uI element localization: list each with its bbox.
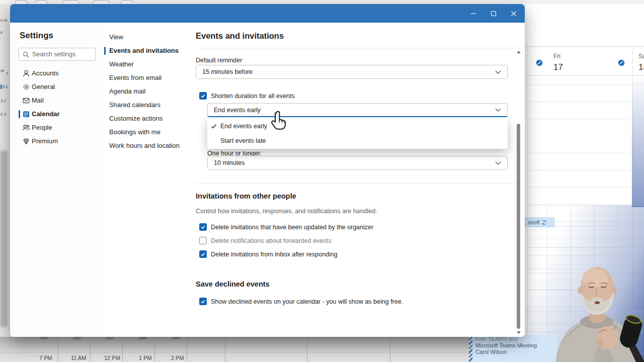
checkbox-label: Delete invitations from Inbox after resp… [211,251,338,258]
left-fragment: Ar [1,68,5,73]
shorten-mode-value: End events early [214,107,261,114]
shorten-mode-dropdown[interactable]: End events early [207,103,508,117]
day-number: 17 [553,62,563,72]
chevron-down-icon [495,70,501,74]
close-icon [511,11,517,17]
subnav-item-view[interactable]: View [103,30,187,44]
settings-dialog: Settings Search settings Accounts Genera… [10,4,525,337]
chevron-down-icon [495,161,501,165]
maximize-button[interactable] [484,4,504,23]
subnav-label: Weather [109,60,134,68]
section-heading-declined: Save declined events [196,280,270,288]
checkbox-checked [199,223,207,231]
menu-item-start-events-late[interactable]: Start events late [207,133,508,148]
subnav-label: Shared calendars [109,101,160,109]
time-label: 12 PM [104,355,120,361]
scroll-down-arrow-icon[interactable] [517,331,521,334]
person-icon [22,69,30,77]
subnav-label: Agenda mail [109,87,145,95]
time-label: 2 PM [171,355,184,361]
search-placeholder: Search settings [32,51,75,58]
checkbox-label: Delete notifications about forwarded eve… [211,237,332,244]
sidebar-item-label: Mail [32,97,44,104]
menu-item-label: End events early [220,123,267,130]
checkbox-checked [199,250,207,258]
shorten-duration-checkbox[interactable]: Shorten duration for all events [199,92,295,100]
time-label: 11 AM [71,355,86,361]
time-label: 7 PM [39,355,52,361]
one-hour-dropdown[interactable]: 10 minutes [207,156,508,170]
subnav-item-shared-calendars[interactable]: Shared calendars [103,98,187,112]
delete-updated-invitations-checkbox[interactable]: Delete invitations that have been update… [199,223,373,231]
page-title: Events and invitations [196,31,284,41]
left-fragment: k W [1,18,8,23]
default-reminder-dropdown[interactable]: 15 minutes before [196,65,508,79]
checkbox-label: Shorten duration for all events [211,93,295,100]
sidebar-item-label: Premium [32,137,58,145]
subnav-item-bookings-with-me[interactable]: Bookings with me [103,125,187,139]
sidebar-item-premium[interactable]: Premium [10,134,103,148]
subnav-label: Events and invitations [109,47,179,54]
background-wall-gradient [632,74,644,207]
calendar-event-teams[interactable]: from TEAMS test Microsoft Teams Meeting … [469,335,557,362]
close-button[interactable] [504,4,524,23]
subnav-label: Customize actions [109,115,163,122]
sidebar-item-calendar[interactable]: Calendar [10,107,103,121]
day-name: Fri [553,53,560,60]
diamond-icon [22,137,30,145]
scroll-up-arrow-icon[interactable] [517,51,521,53]
left-fragment: 3 2 [1,99,6,103]
subnav-label: Events from email [109,74,162,81]
subnav-item-weather[interactable]: Weather [103,57,187,71]
default-reminder-value: 15 minutes before [202,68,253,75]
maximize-icon [491,11,497,17]
sidebar-item-label: Accounts [32,69,58,77]
left-fragment: 1 [6,71,8,75]
sidebar-item-label: People [32,124,52,131]
subnav-item-events-and-invitations[interactable]: Events and invitations [103,44,187,57]
subnav-item-work-hours-and-location[interactable]: Work hours and location [103,139,187,152]
sidebar-item-accounts[interactable]: Accounts [10,66,103,80]
sidebar-item-people[interactable]: People [10,121,103,134]
settings-sidebar: Settings Search settings Accounts Genera… [10,23,103,337]
sidebar-item-mail[interactable]: Mail [10,94,103,107]
checkbox-unchecked [199,237,207,244]
subnav-item-customize-actions[interactable]: Customize actions [103,112,187,125]
microphone [617,313,644,362]
menu-item-label: Start events late [220,137,266,144]
settings-title: Settings [20,31,53,41]
left-fragment: 0 3 [1,112,6,117]
background-left-blur [0,151,8,327]
subnav-label: Bookings with me [109,128,160,136]
subnav-label: View [109,33,123,41]
delete-after-responding-checkbox[interactable]: Delete invitations from Inbox after resp… [199,250,338,258]
sidebar-item-label: Calendar [32,110,60,118]
settings-content: Events and invitations Default reminder … [187,23,525,337]
search-settings-input[interactable]: Search settings [18,48,96,61]
section-description: Control how invitations, responses, and … [196,208,377,215]
show-declined-events-checkbox[interactable]: Show declined events on your calendar - … [199,298,403,305]
shorten-mode-menu: End events early Start events late [207,117,508,149]
calendar-subnav: View Events and invitations Weather Even… [103,23,187,337]
envelope-icon [22,97,30,105]
event-stripe [469,335,472,362]
scrollbar-thumb[interactable] [517,124,520,329]
menu-item-end-events-early[interactable]: End events early [207,119,508,133]
minimize-icon [470,11,476,17]
one-hour-value: 10 minutes [214,159,245,166]
checkbox-checked [199,92,207,100]
delete-forwarded-notifications-checkbox[interactable]: Delete notifications about forwarded eve… [199,237,332,244]
left-fragment: k [1,30,3,35]
sidebar-item-label: General [32,83,55,90]
subnav-item-agenda-mail[interactable]: Agenda mail [103,84,187,98]
minimize-button[interactable] [463,4,484,23]
cursor-hand-icon [269,110,291,133]
next-day-name: Sat [638,53,644,60]
sidebar-item-general[interactable]: General [10,80,103,94]
background-calendar-bottom: 7 PM 11 AM 12 PM 1 PM 2 PM [0,337,470,362]
people-icon [22,124,30,132]
checkbox-label: Show declined events on your calendar - … [211,298,403,305]
subnav-item-events-from-email[interactable]: Events from email [103,71,187,84]
dialog-titlebar [10,4,525,23]
event-subtitle: Microsoft Teams Meeting [475,342,537,349]
